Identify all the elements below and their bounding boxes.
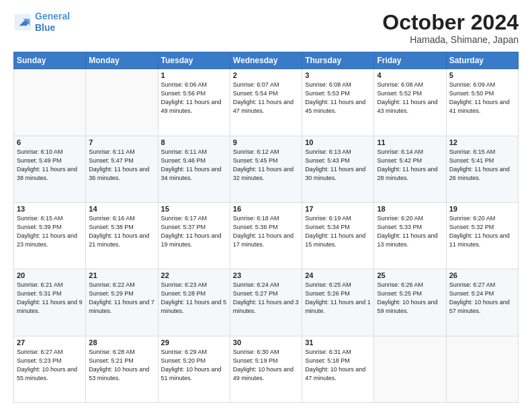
title-block: October 2024 Hamada, Shimane, Japan [382, 11, 519, 45]
day-number: 1 [161, 71, 227, 79]
calendar-cell: 9Sunrise: 6:12 AM Sunset: 5:45 PM Daylig… [230, 136, 302, 202]
calendar-cell [86, 69, 158, 136]
day-number: 9 [233, 138, 299, 146]
day-info: Sunrise: 6:07 AM Sunset: 5:54 PM Dayligh… [233, 81, 299, 116]
calendar-cell: 5Sunrise: 6:09 AM Sunset: 5:50 PM Daylig… [446, 69, 518, 136]
calendar-cell: 26Sunrise: 6:27 AM Sunset: 5:24 PM Dayli… [446, 269, 518, 336]
calendar-cell: 17Sunrise: 6:19 AM Sunset: 5:34 PM Dayli… [302, 202, 374, 269]
day-info: Sunrise: 6:21 AM Sunset: 5:31 PM Dayligh… [17, 281, 83, 316]
day-number: 6 [17, 138, 83, 146]
day-info: Sunrise: 6:27 AM Sunset: 5:24 PM Dayligh… [449, 281, 515, 316]
day-info: Sunrise: 6:17 AM Sunset: 5:37 PM Dayligh… [161, 214, 227, 249]
calendar-cell: 28Sunrise: 6:28 AM Sunset: 5:21 PM Dayli… [86, 336, 158, 402]
calendar-cell: 21Sunrise: 6:22 AM Sunset: 5:29 PM Dayli… [86, 269, 158, 336]
week-row-4: 20Sunrise: 6:21 AM Sunset: 5:31 PM Dayli… [14, 269, 519, 336]
day-info: Sunrise: 6:09 AM Sunset: 5:50 PM Dayligh… [449, 81, 515, 116]
day-number: 23 [233, 271, 299, 279]
day-number: 4 [377, 71, 443, 79]
day-info: Sunrise: 6:14 AM Sunset: 5:42 PM Dayligh… [377, 148, 443, 183]
calendar-cell [14, 69, 86, 136]
header: General Blue October 2024 Hamada, Shiman… [13, 11, 519, 45]
day-info: Sunrise: 6:15 AM Sunset: 5:41 PM Dayligh… [449, 148, 515, 183]
day-number: 25 [377, 271, 443, 279]
day-number: 3 [305, 71, 371, 79]
weekday-header-monday: Monday [86, 52, 158, 69]
calendar-cell: 6Sunrise: 6:10 AM Sunset: 5:49 PM Daylig… [14, 136, 86, 202]
calendar-cell: 18Sunrise: 6:20 AM Sunset: 5:33 PM Dayli… [374, 202, 446, 269]
day-info: Sunrise: 6:28 AM Sunset: 5:21 PM Dayligh… [89, 348, 154, 383]
day-info: Sunrise: 6:20 AM Sunset: 5:33 PM Dayligh… [377, 214, 443, 249]
day-info: Sunrise: 6:27 AM Sunset: 5:23 PM Dayligh… [17, 348, 83, 383]
week-row-3: 13Sunrise: 6:15 AM Sunset: 5:39 PM Dayli… [14, 202, 519, 269]
calendar-cell [374, 336, 446, 402]
day-info: Sunrise: 6:08 AM Sunset: 5:52 PM Dayligh… [377, 81, 443, 116]
calendar-cell: 3Sunrise: 6:08 AM Sunset: 5:53 PM Daylig… [302, 69, 374, 136]
day-info: Sunrise: 6:26 AM Sunset: 5:25 PM Dayligh… [377, 281, 443, 316]
day-number: 16 [233, 205, 299, 213]
calendar-cell: 15Sunrise: 6:17 AM Sunset: 5:37 PM Dayli… [158, 202, 230, 269]
day-number: 18 [377, 205, 443, 213]
day-info: Sunrise: 6:12 AM Sunset: 5:45 PM Dayligh… [233, 148, 299, 183]
day-number: 31 [305, 338, 371, 347]
location-title: Hamada, Shimane, Japan [382, 34, 519, 45]
day-number: 2 [233, 71, 299, 79]
day-info: Sunrise: 6:24 AM Sunset: 5:27 PM Dayligh… [233, 281, 299, 316]
day-number: 26 [449, 271, 515, 279]
day-number: 10 [305, 138, 371, 146]
day-info: Sunrise: 6:13 AM Sunset: 5:43 PM Dayligh… [305, 148, 371, 183]
header-row: SundayMondayTuesdayWednesdayThursdayFrid… [14, 52, 519, 69]
day-number: 14 [89, 205, 154, 213]
calendar-cell: 2Sunrise: 6:07 AM Sunset: 5:54 PM Daylig… [230, 69, 302, 136]
logo: General Blue [13, 11, 70, 34]
day-info: Sunrise: 6:16 AM Sunset: 5:38 PM Dayligh… [89, 214, 154, 249]
logo-blue: Blue [35, 22, 55, 33]
logo-general: General [35, 11, 70, 21]
day-number: 12 [449, 138, 515, 146]
calendar-cell: 19Sunrise: 6:20 AM Sunset: 5:32 PM Dayli… [446, 202, 518, 269]
calendar-cell: 30Sunrise: 6:30 AM Sunset: 5:19 PM Dayli… [230, 336, 302, 402]
day-number: 11 [377, 138, 443, 146]
day-number: 21 [89, 271, 154, 279]
day-info: Sunrise: 6:30 AM Sunset: 5:19 PM Dayligh… [233, 348, 299, 383]
day-number: 7 [89, 138, 154, 146]
weekday-header-saturday: Saturday [446, 52, 518, 69]
calendar-cell: 1Sunrise: 6:06 AM Sunset: 5:56 PM Daylig… [158, 69, 230, 136]
calendar-cell: 7Sunrise: 6:11 AM Sunset: 5:47 PM Daylig… [86, 136, 158, 202]
calendar-cell: 12Sunrise: 6:15 AM Sunset: 5:41 PM Dayli… [446, 136, 518, 202]
day-info: Sunrise: 6:25 AM Sunset: 5:26 PM Dayligh… [305, 281, 371, 316]
logo-icon [13, 13, 32, 32]
calendar-table: SundayMondayTuesdayWednesdayThursdayFrid… [13, 52, 519, 403]
day-info: Sunrise: 6:29 AM Sunset: 5:20 PM Dayligh… [161, 348, 227, 383]
day-number: 30 [233, 338, 299, 347]
weekday-header-sunday: Sunday [14, 52, 86, 69]
day-info: Sunrise: 6:06 AM Sunset: 5:56 PM Dayligh… [161, 81, 227, 116]
day-info: Sunrise: 6:10 AM Sunset: 5:49 PM Dayligh… [17, 148, 83, 183]
day-number: 17 [305, 205, 371, 213]
calendar-cell: 23Sunrise: 6:24 AM Sunset: 5:27 PM Dayli… [230, 269, 302, 336]
calendar-cell: 29Sunrise: 6:29 AM Sunset: 5:20 PM Dayli… [158, 336, 230, 402]
week-row-2: 6Sunrise: 6:10 AM Sunset: 5:49 PM Daylig… [14, 136, 519, 202]
calendar-cell: 11Sunrise: 6:14 AM Sunset: 5:42 PM Dayli… [374, 136, 446, 202]
day-number: 22 [161, 271, 227, 279]
day-number: 24 [305, 271, 371, 279]
day-number: 20 [17, 271, 83, 279]
calendar-cell: 31Sunrise: 6:31 AM Sunset: 5:18 PM Dayli… [302, 336, 374, 402]
day-number: 8 [161, 138, 227, 146]
calendar-cell: 14Sunrise: 6:16 AM Sunset: 5:38 PM Dayli… [86, 202, 158, 269]
calendar-cell: 16Sunrise: 6:18 AM Sunset: 5:36 PM Dayli… [230, 202, 302, 269]
day-number: 5 [449, 71, 515, 79]
day-number: 29 [161, 338, 227, 347]
day-info: Sunrise: 6:22 AM Sunset: 5:29 PM Dayligh… [89, 281, 154, 316]
day-number: 28 [89, 338, 154, 347]
weekday-header-tuesday: Tuesday [158, 52, 230, 69]
calendar-cell: 22Sunrise: 6:23 AM Sunset: 5:28 PM Dayli… [158, 269, 230, 336]
week-row-5: 27Sunrise: 6:27 AM Sunset: 5:23 PM Dayli… [14, 336, 519, 402]
day-info: Sunrise: 6:31 AM Sunset: 5:18 PM Dayligh… [305, 348, 371, 383]
week-row-1: 1Sunrise: 6:06 AM Sunset: 5:56 PM Daylig… [14, 69, 519, 136]
calendar-cell: 25Sunrise: 6:26 AM Sunset: 5:25 PM Dayli… [374, 269, 446, 336]
day-info: Sunrise: 6:18 AM Sunset: 5:36 PM Dayligh… [233, 214, 299, 249]
day-number: 13 [17, 205, 83, 213]
logo-text: General Blue [35, 11, 70, 34]
day-info: Sunrise: 6:19 AM Sunset: 5:34 PM Dayligh… [305, 214, 371, 249]
calendar-cell: 24Sunrise: 6:25 AM Sunset: 5:26 PM Dayli… [302, 269, 374, 336]
